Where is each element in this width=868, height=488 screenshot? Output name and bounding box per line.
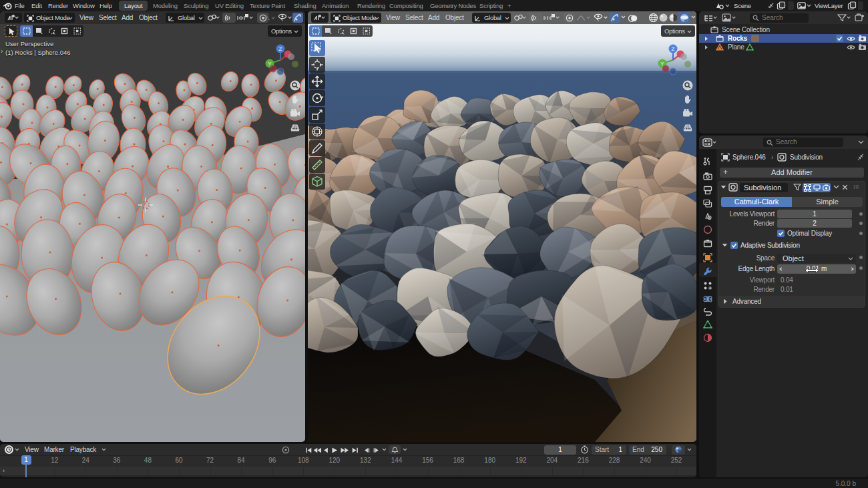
svg-text:Z: Z bbox=[279, 46, 282, 52]
svg-text:Z: Z bbox=[672, 46, 675, 52]
